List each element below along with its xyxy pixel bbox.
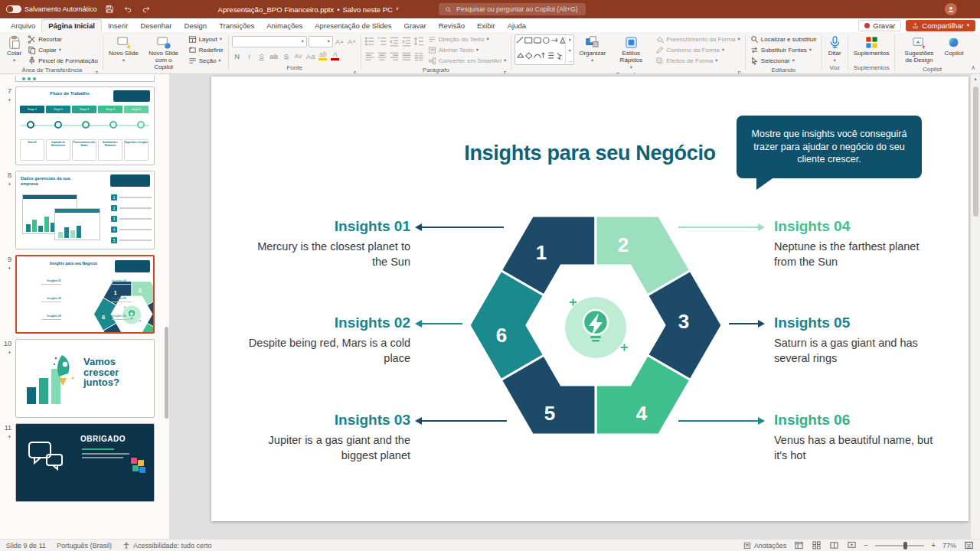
insight-item-4[interactable]: Insights 04 Neptune is the farthest plan… bbox=[774, 218, 939, 269]
shape-effects-button[interactable]: Efeitos de Forma ▾ bbox=[654, 56, 742, 66]
slide-10-thumbnail[interactable]: Vamos crescer juntos? bbox=[15, 339, 155, 418]
normal-view-button[interactable] bbox=[793, 540, 804, 550]
replace-fonts-button[interactable]: Substituir Fontes ▾ bbox=[749, 45, 818, 55]
shape-outline-button[interactable]: Contorno da Forma ▾ bbox=[654, 45, 742, 55]
slide-7-thumbnail[interactable]: Fluxo de Trabalho Stage 1 Stage 2 Stage … bbox=[15, 86, 155, 165]
insight-item-2[interactable]: Insights 02 Despite being red, Mars is a… bbox=[246, 315, 410, 366]
insight-item-3[interactable]: Insights 03 Jupiter is a gas giant and t… bbox=[246, 412, 410, 463]
clipboard-dialog-launcher[interactable] bbox=[95, 66, 101, 72]
tab-desenhar[interactable]: Desenhar bbox=[134, 20, 178, 31]
zoom-out-button[interactable]: − bbox=[864, 542, 868, 549]
zoom-slider[interactable] bbox=[875, 545, 924, 546]
layout-button[interactable]: Layout ▾ bbox=[187, 34, 225, 44]
accessibility-status[interactable]: Acessibilidade: tudo certo bbox=[122, 542, 212, 549]
tab-revisao[interactable]: Revisão bbox=[433, 20, 471, 31]
section-button[interactable]: Seção ▾ bbox=[187, 56, 225, 66]
align-text-button[interactable]: Alinhar Texto ▾ bbox=[426, 45, 508, 55]
undo-icon[interactable] bbox=[122, 3, 134, 15]
canvas-scrollbar[interactable]: ▴ bbox=[970, 74, 980, 539]
insight-item-1[interactable]: Insights 01 Mercury is the closest plane… bbox=[246, 218, 410, 269]
autosave-toggle[interactable]: Salvamento Automático bbox=[6, 5, 97, 13]
shape-fill-button[interactable]: Preenchimento da Forma ▾ bbox=[654, 34, 742, 44]
zoom-level[interactable]: 77% bbox=[942, 542, 956, 549]
font-size-select[interactable]: ▾ bbox=[309, 36, 333, 47]
paste-button[interactable]: Colar ▾ bbox=[5, 34, 24, 64]
bullets-button[interactable] bbox=[364, 36, 375, 47]
align-left-button[interactable] bbox=[364, 51, 375, 62]
canvas-scrollbar-thumb[interactable] bbox=[973, 86, 978, 217]
record-button[interactable]: Gravar bbox=[858, 20, 901, 31]
columns-button[interactable] bbox=[413, 51, 424, 62]
hexagon-cycle-diagram[interactable]: 123456 bbox=[465, 199, 727, 452]
tab-animacoes[interactable]: Animações bbox=[260, 20, 309, 31]
align-center-button[interactable] bbox=[377, 51, 387, 62]
slide-11-thumbnail[interactable]: OBRIGADO bbox=[15, 423, 155, 502]
save-icon[interactable] bbox=[103, 3, 116, 15]
slide-sorter-view-button[interactable] bbox=[811, 540, 822, 550]
tab-inserir[interactable]: Inserir bbox=[102, 20, 134, 31]
font-dialog-launcher[interactable] bbox=[353, 66, 359, 72]
decrease-indent-button[interactable] bbox=[389, 36, 400, 47]
tab-ajuda[interactable]: Ajuda bbox=[501, 20, 532, 31]
bold-button[interactable]: N bbox=[232, 51, 243, 61]
character-spacing-button[interactable]: AV bbox=[293, 51, 304, 61]
grow-font-button[interactable]: A▲ bbox=[335, 36, 345, 47]
fit-to-window-button[interactable] bbox=[963, 540, 974, 550]
text-shadow-button[interactable]: S bbox=[281, 51, 292, 61]
speech-bubble-callout[interactable]: Mostre que insights você conseguirá traz… bbox=[737, 116, 922, 178]
tab-gravar[interactable]: Gravar bbox=[398, 20, 433, 31]
highlight-color-button[interactable]: ab bbox=[318, 51, 328, 61]
slide-9-thumbnail-selected[interactable]: Insights para seu Negócio 123456 Insight… bbox=[15, 255, 155, 334]
strikethrough-button[interactable]: ab bbox=[269, 51, 279, 61]
select-button[interactable]: Selecionar ▾ bbox=[749, 56, 818, 66]
format-painter-button[interactable]: Pincel de Formatação bbox=[26, 56, 100, 66]
drawing-dialog-launcher[interactable] bbox=[737, 66, 743, 72]
slide-6-thumbnail-partial[interactable] bbox=[15, 76, 155, 82]
shapes-gallery-scrollbar[interactable]: ▴ ▾ ⋯ bbox=[565, 35, 573, 64]
new-slide-copilot-button[interactable]: Novo Slide com o Copilot bbox=[143, 34, 185, 71]
insight-item-6[interactable]: Insights 06 Venus has a beautiful name, … bbox=[774, 412, 939, 463]
tab-arquivo[interactable]: Arquivo bbox=[5, 20, 41, 31]
numbering-button[interactable] bbox=[377, 36, 387, 47]
copilot-button[interactable]: Copilot bbox=[942, 34, 965, 58]
reset-button[interactable]: Redefinir bbox=[187, 45, 225, 55]
text-direction-button[interactable]: Direção do Texto ▾ bbox=[426, 34, 508, 44]
align-right-button[interactable] bbox=[389, 51, 400, 62]
tab-pagina-inicial[interactable]: Página Inicial bbox=[41, 19, 102, 32]
tab-exibir[interactable]: Exibir bbox=[471, 20, 501, 31]
gallery-more-icon[interactable]: ⋯ bbox=[567, 58, 572, 64]
italic-button[interactable]: I bbox=[244, 51, 255, 61]
addins-button[interactable]: Suplementos bbox=[851, 34, 892, 58]
convert-smartart-button[interactable]: Converter em SmartArt ▾ bbox=[426, 56, 508, 66]
underline-button[interactable]: S bbox=[256, 51, 267, 61]
thumbnail-panel-scrollbar[interactable] bbox=[165, 327, 168, 419]
tab-transicoes[interactable]: Transições bbox=[213, 20, 260, 31]
slide-counter[interactable]: Slide 9 de 11 bbox=[6, 542, 46, 549]
gallery-down-icon[interactable]: ▾ bbox=[569, 47, 571, 53]
slide-8-thumbnail[interactable]: Dados gerenciais da sua empresa 1 2 3 bbox=[15, 171, 155, 249]
reading-view-button[interactable] bbox=[828, 540, 839, 550]
share-button[interactable]: Compartilhar ▾ bbox=[906, 20, 975, 31]
document-title[interactable]: Apresentação_BPO Financeiro.pptx • Salvo… bbox=[218, 5, 399, 14]
tab-design[interactable]: Design bbox=[178, 20, 214, 31]
collapse-ribbon-button[interactable]: ∧ bbox=[971, 64, 975, 71]
font-name-select[interactable]: ▾ bbox=[232, 36, 307, 47]
insight-item-5[interactable]: Insights 05 Saturn is a gas giant and ha… bbox=[774, 315, 939, 366]
zoom-slider-knob[interactable] bbox=[903, 542, 907, 549]
paragraph-dialog-launcher[interactable] bbox=[503, 66, 509, 72]
shrink-font-button[interactable]: A▼ bbox=[347, 36, 358, 47]
line-spacing-button[interactable] bbox=[413, 36, 424, 47]
gallery-up-icon[interactable]: ▴ bbox=[569, 36, 571, 41]
shapes-gallery[interactable]: ▴ ▾ ⋯ bbox=[514, 34, 574, 65]
increase-indent-button[interactable] bbox=[401, 36, 412, 47]
justify-button[interactable] bbox=[401, 51, 412, 62]
copilot-search-box[interactable]: Pesquisar ou perguntar ao Copilot (Alt+G… bbox=[439, 3, 586, 15]
find-replace-button[interactable]: Localizar e substituir bbox=[749, 34, 818, 44]
slideshow-button[interactable] bbox=[846, 540, 857, 550]
design-ideas-button[interactable]: Sugestões de Design bbox=[898, 34, 939, 65]
user-avatar[interactable] bbox=[945, 3, 957, 15]
font-color-button[interactable]: A bbox=[330, 51, 341, 61]
redo-icon[interactable] bbox=[140, 3, 152, 15]
zoom-in-button[interactable]: + bbox=[931, 542, 936, 549]
slide-editor[interactable]: Insights para seu Negócio Mostre que ins… bbox=[211, 77, 969, 521]
